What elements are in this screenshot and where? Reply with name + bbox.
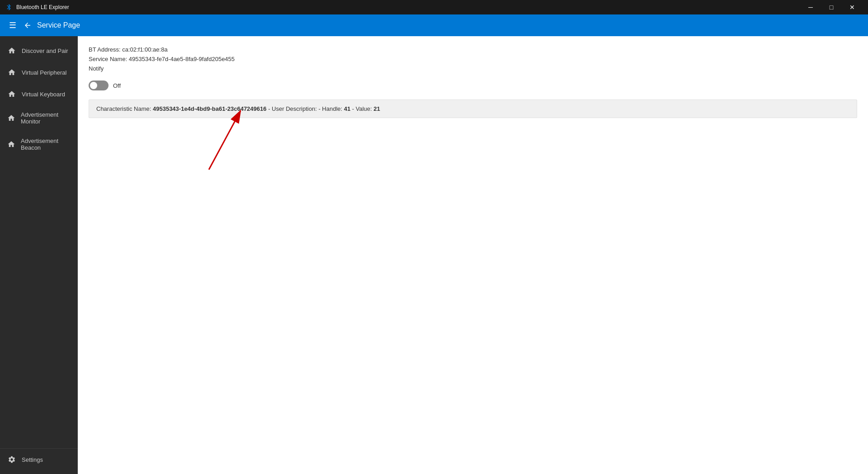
characteristic-row: Characteristic Name: 49535343-1e4d-4bd9-… (89, 100, 857, 118)
menu-icon[interactable]: ☰ (7, 19, 18, 32)
sidebar-spacer (0, 157, 78, 448)
title-bar-controls: ─ □ ✕ (800, 0, 863, 14)
home-icon-virtual-peripheral (7, 68, 16, 77)
home-icon-ad-beacon (7, 140, 15, 149)
sidebar-item-label-virtual-keyboard: Virtual Keyboard (22, 91, 65, 98)
handle-value: 41 (344, 105, 350, 112)
sidebar-item-advertisement-monitor[interactable]: Advertisement Monitor (0, 105, 78, 131)
top-bar: ☰ Service Page (0, 14, 868, 36)
value-label: - Value: (350, 105, 373, 112)
home-icon-virtual-keyboard (7, 90, 16, 99)
sidebar: Discover and Pair Virtual Peripheral Vir… (0, 36, 78, 474)
close-button[interactable]: ✕ (842, 0, 863, 14)
bluetooth-icon (5, 4, 13, 11)
app-title: Bluetooth LE Explorer (16, 4, 69, 10)
sidebar-item-virtual-peripheral[interactable]: Virtual Peripheral (0, 62, 78, 83)
user-desc-label: - User Description: (267, 105, 319, 112)
toggle-track[interactable] (89, 81, 108, 90)
main-layout: Discover and Pair Virtual Peripheral Vir… (0, 36, 868, 474)
sidebar-item-label-discover: Discover and Pair (22, 47, 68, 54)
gear-icon (7, 455, 16, 464)
sidebar-item-discover-and-pair[interactable]: Discover and Pair (0, 40, 78, 62)
title-bar-left: Bluetooth LE Explorer (5, 4, 69, 11)
content-area: BT Address: ca:02:f1:00:ae:8a Service Na… (78, 36, 868, 474)
sidebar-item-label-virtual-peripheral: Virtual Peripheral (22, 69, 66, 76)
maximize-button[interactable]: □ (821, 0, 842, 14)
home-icon-ad-monitor (7, 114, 15, 123)
toggle-row: Off (89, 81, 857, 90)
notify-label: Notify (89, 64, 857, 74)
toggle-state-label: Off (113, 82, 121, 89)
home-icon-discover (7, 46, 16, 55)
sidebar-item-virtual-keyboard[interactable]: Virtual Keyboard (0, 83, 78, 105)
service-name: Service Name: 49535343-fe7d-4ae5-8fa9-9f… (89, 55, 857, 64)
value-value: 21 (373, 105, 380, 112)
minimize-button[interactable]: ─ (800, 0, 821, 14)
sidebar-item-label-advertisement-monitor: Advertisement Monitor (21, 111, 71, 125)
svg-line-1 (209, 111, 241, 170)
sidebar-bottom: Settings (0, 448, 78, 474)
title-bar: Bluetooth LE Explorer ─ □ ✕ (0, 0, 868, 14)
char-name-label: Characteristic Name: (96, 105, 153, 112)
back-icon[interactable] (24, 21, 32, 29)
toggle-thumb (90, 82, 97, 89)
char-name-value: 49535343-1e4d-4bd9-ba61-23c647249616 (153, 105, 267, 112)
handle-label: - Handle: (318, 105, 344, 112)
bt-address: BT Address: ca:02:f1:00:ae:8a (89, 45, 857, 55)
page-title: Service Page (37, 21, 80, 29)
notify-toggle[interactable] (89, 81, 108, 90)
sidebar-item-label-advertisement-beacon: Advertisement Beacon (21, 137, 71, 151)
service-info: BT Address: ca:02:f1:00:ae:8a Service Na… (89, 45, 857, 73)
sidebar-item-advertisement-beacon[interactable]: Advertisement Beacon (0, 131, 78, 157)
sidebar-item-label-settings: Settings (22, 456, 43, 463)
app-container: ☰ Service Page Discover and Pair Virtual… (0, 14, 868, 474)
sidebar-item-settings[interactable]: Settings (0, 449, 78, 470)
